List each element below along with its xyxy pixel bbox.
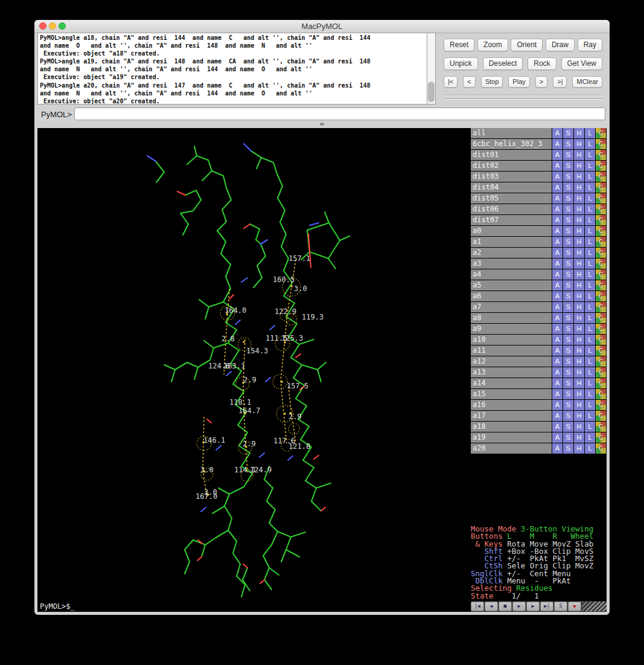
s-button[interactable]: S xyxy=(563,356,573,367)
stop-button[interactable]: Stop xyxy=(481,76,503,88)
color-button[interactable]: C xyxy=(596,422,606,432)
color-button[interactable]: C xyxy=(596,193,606,204)
object-name[interactable]: a16 xyxy=(471,400,552,410)
s-button[interactable]: S xyxy=(563,324,573,334)
a-button[interactable]: A xyxy=(552,324,563,334)
color-button[interactable]: C xyxy=(596,324,606,334)
splitter-handle[interactable] xyxy=(320,123,324,126)
color-button[interactable]: C xyxy=(596,139,606,149)
h-button[interactable]: H xyxy=(574,204,584,214)
l-button[interactable]: L xyxy=(585,248,595,258)
a-button[interactable]: A xyxy=(552,422,563,432)
color-button[interactable]: C xyxy=(596,356,606,367)
color-button[interactable]: C xyxy=(596,378,606,388)
viewport-command-line[interactable]: PyMOL>$_ xyxy=(37,601,471,612)
object-name[interactable]: a13 xyxy=(471,367,552,377)
get-view-button[interactable]: Get View xyxy=(561,57,602,70)
movie-slider-groove[interactable] xyxy=(444,95,602,96)
color-button[interactable]: C xyxy=(596,335,606,345)
h-button[interactable]: H xyxy=(574,313,584,323)
h-button[interactable]: H xyxy=(574,302,584,312)
l-button[interactable]: L xyxy=(585,411,595,421)
l-button[interactable]: L xyxy=(585,128,595,138)
h-button[interactable]: H xyxy=(574,367,584,377)
object-name[interactable]: dist02 xyxy=(471,161,552,171)
orient-button[interactable]: Orient xyxy=(511,39,543,51)
btn-button[interactable]: > xyxy=(535,76,547,88)
console-scrollbar[interactable] xyxy=(427,33,436,104)
object-name[interactable]: 6cbc_helix_302_3 xyxy=(471,139,552,149)
a-button[interactable]: A xyxy=(552,215,563,225)
s-button[interactable]: S xyxy=(563,291,573,301)
a-button[interactable]: A xyxy=(552,259,563,269)
a-button[interactable]: A xyxy=(552,182,563,193)
s-button[interactable]: S xyxy=(563,378,573,388)
object-name[interactable]: a4 xyxy=(471,269,552,280)
color-button[interactable]: C xyxy=(596,259,606,269)
l-button[interactable]: L xyxy=(585,335,595,345)
l-button[interactable]: L xyxy=(585,269,595,280)
object-name[interactable]: a20 xyxy=(471,443,552,454)
l-button[interactable]: L xyxy=(585,356,595,367)
s-button[interactable]: S xyxy=(563,204,573,214)
s-button[interactable]: S xyxy=(563,269,573,280)
a-button[interactable]: A xyxy=(552,161,563,171)
console-scrollbar-thumb[interactable] xyxy=(428,82,435,102)
play-button[interactable]: ▶ xyxy=(512,602,526,611)
h-button[interactable]: H xyxy=(574,280,584,291)
play-button[interactable]: Play xyxy=(508,76,529,88)
a-button[interactable]: A xyxy=(552,291,563,301)
a-button[interactable]: A xyxy=(552,356,563,367)
h-button[interactable]: H xyxy=(574,237,584,247)
h-button[interactable]: H xyxy=(574,139,584,149)
color-button[interactable]: C xyxy=(596,345,606,356)
object-name[interactable]: a7 xyxy=(471,302,552,312)
h-button[interactable]: H xyxy=(574,150,584,160)
jump-start-button[interactable]: |◀ xyxy=(471,602,484,611)
resize-grip[interactable] xyxy=(582,602,607,611)
a-button[interactable]: A xyxy=(552,313,563,323)
a-button[interactable]: A xyxy=(552,193,563,204)
l-button[interactable]: L xyxy=(585,432,595,443)
object-name[interactable]: a3 xyxy=(471,259,552,269)
console-log[interactable]: PyMOL>angle a18, chain "A" and resi 144 … xyxy=(37,33,427,104)
h-button[interactable]: H xyxy=(574,378,584,388)
s-button[interactable]: S xyxy=(563,193,573,204)
l-button[interactable]: L xyxy=(585,204,595,214)
h-button[interactable]: H xyxy=(574,432,584,443)
jump-end-button[interactable]: ▶| xyxy=(540,602,553,611)
h-button[interactable]: H xyxy=(574,335,584,345)
l-button[interactable]: L xyxy=(585,150,595,160)
a-button[interactable]: A xyxy=(552,226,563,236)
color-button[interactable]: C xyxy=(596,313,606,323)
s-button[interactable]: S xyxy=(563,280,573,291)
l-button[interactable]: L xyxy=(585,378,595,388)
h-button[interactable]: H xyxy=(574,269,584,280)
s-button[interactable]: S xyxy=(563,400,573,410)
movie-slider-groove-2[interactable] xyxy=(444,98,602,100)
l-button[interactable]: L xyxy=(585,172,595,182)
h-button[interactable]: H xyxy=(574,248,584,258)
object-name[interactable]: a18 xyxy=(471,422,552,432)
s-button[interactable]: S xyxy=(563,226,573,236)
object-name[interactable]: a1 xyxy=(471,237,552,247)
a-button[interactable]: A xyxy=(552,378,563,388)
object-name[interactable]: all xyxy=(471,128,552,138)
a-button[interactable]: A xyxy=(552,150,563,160)
object-name[interactable]: dist05 xyxy=(471,193,552,204)
object-name[interactable]: a15 xyxy=(471,389,552,399)
object-name[interactable]: a0 xyxy=(471,226,552,236)
a-button[interactable]: A xyxy=(552,128,563,138)
h-button[interactable]: H xyxy=(574,400,584,410)
l-button[interactable]: L xyxy=(585,324,595,334)
object-name[interactable]: a10 xyxy=(471,335,552,345)
s-button[interactable]: S xyxy=(563,335,573,345)
l-button[interactable]: L xyxy=(585,226,595,236)
color-button[interactable]: C xyxy=(596,367,606,377)
object-name[interactable]: a2 xyxy=(471,248,552,258)
h-button[interactable]: H xyxy=(574,161,584,171)
s-button[interactable]: S xyxy=(563,248,573,258)
a-button[interactable]: A xyxy=(552,139,563,149)
unpick-button[interactable]: Unpick xyxy=(444,57,478,70)
a-button[interactable]: A xyxy=(552,269,563,280)
